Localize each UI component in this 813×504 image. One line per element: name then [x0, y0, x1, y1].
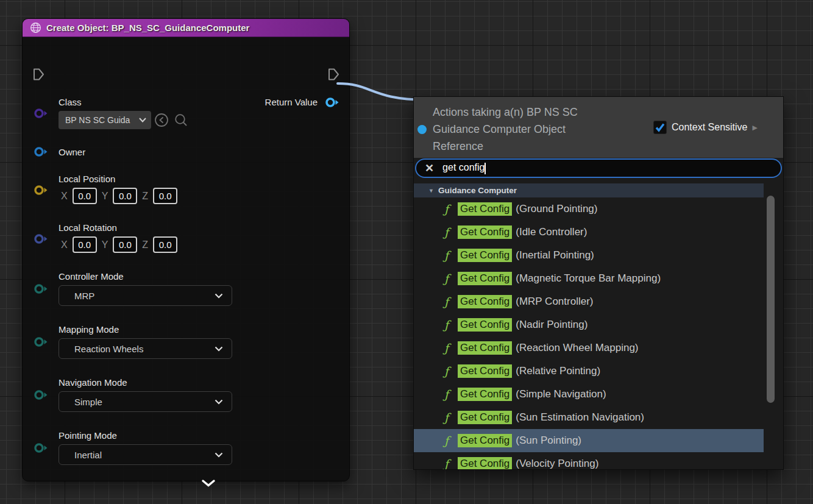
- list-item[interactable]: ƒ Get Config (Nadir Pointing): [414, 313, 764, 336]
- axis-label: X: [61, 191, 68, 202]
- expand-node-chevron-icon[interactable]: [201, 479, 216, 488]
- list-item[interactable]: ƒ Get Config (MRP Controller): [414, 290, 764, 313]
- list-item[interactable]: ƒ Get Config (Simple Navigation): [414, 383, 764, 406]
- list-item[interactable]: ƒ Get Config (Idle Controller): [414, 221, 764, 244]
- list-item[interactable]: ƒ Get Config (Sun Estimation Navigation): [414, 406, 764, 429]
- item-match-text: Get Config: [458, 457, 512, 470]
- use-selected-asset-icon[interactable]: [154, 113, 169, 127]
- chevron-down-icon: [215, 452, 223, 458]
- vector-y-field[interactable]: 0.0: [113, 188, 137, 204]
- function-icon: ƒ: [444, 411, 456, 424]
- enum-pin-label: Navigation Mode: [59, 377, 127, 389]
- enum-dropdown[interactable]: Reaction Wheels: [59, 338, 232, 359]
- checkmark-icon: [655, 122, 666, 133]
- enum-pin[interactable]: [31, 389, 48, 401]
- dragged-pin-dot-icon: [417, 125, 427, 134]
- category-header[interactable]: ▼ Guidance Computer: [414, 183, 764, 197]
- function-icon: ƒ: [444, 364, 456, 378]
- list-item[interactable]: ƒ Get Config (Sun Pointing): [414, 429, 764, 452]
- clear-search-icon[interactable]: ✕: [425, 163, 434, 174]
- enum-dropdown[interactable]: Simple: [59, 391, 232, 412]
- list-item[interactable]: ƒ Get Config (Relative Pointing): [414, 360, 764, 383]
- item-suffix-text: (Sun Pointing): [516, 435, 581, 447]
- item-match-text: Get Config: [458, 434, 512, 447]
- vector-x-field[interactable]: 0.0: [73, 188, 97, 204]
- menu-title-line: Guidance Computer Object: [433, 121, 578, 138]
- item-suffix-text: (MRP Controller): [516, 296, 593, 308]
- list-item[interactable]: ƒ Get Config (Reaction Wheel Mapping): [414, 336, 764, 360]
- enum-pin-label: Mapping Mode: [59, 324, 119, 336]
- vector-pin[interactable]: [31, 184, 48, 196]
- enum-dropdown[interactable]: MRP: [59, 285, 232, 306]
- class-pin[interactable]: [31, 107, 48, 119]
- vector-z-field[interactable]: 0.0: [153, 188, 177, 204]
- item-suffix-text: (Nadir Pointing): [516, 319, 588, 331]
- function-icon: ƒ: [444, 295, 456, 308]
- actions-list[interactable]: ▼ Guidance Computer ƒ Get Config (Ground…: [414, 182, 783, 469]
- browse-asset-icon[interactable]: [174, 113, 188, 127]
- node-header[interactable]: Create Object: BP_NS_SC_GuidanceComputer: [23, 19, 349, 37]
- list-item[interactable]: ƒ Get Config (Ground Pointing): [414, 197, 764, 221]
- list-item[interactable]: ƒ Get Config (Magnetic Torque Bar Mappin…: [414, 267, 764, 290]
- chevron-down-icon: [215, 399, 223, 405]
- item-suffix-text: (Reaction Wheel Mapping): [516, 342, 638, 354]
- scrollbar-thumb[interactable]: [767, 196, 775, 403]
- function-icon: ƒ: [444, 341, 456, 355]
- function-icon: ƒ: [444, 202, 456, 216]
- list-item[interactable]: ƒ Get Config (Inertial Pointing): [414, 244, 764, 267]
- owner-pin[interactable]: [31, 146, 48, 158]
- item-match-text: Get Config: [458, 249, 512, 262]
- item-suffix-text: (Ground Pointing): [516, 203, 597, 215]
- vector-z-field[interactable]: 0.0: [153, 236, 177, 253]
- context-sensitive-toggle[interactable]: Context Sensitive ▶: [653, 121, 758, 134]
- enum-pin[interactable]: [31, 283, 48, 295]
- function-icon: ƒ: [444, 388, 456, 401]
- item-match-text: Get Config: [458, 272, 512, 285]
- enum-dropdown-value: MRP: [74, 291, 215, 301]
- context-menu-header: Actions taking a(n) BP NS SC Guidance Co…: [414, 97, 783, 158]
- item-suffix-text: (Inertial Pointing): [516, 249, 594, 261]
- enum-dropdown[interactable]: Inertial: [59, 444, 232, 465]
- vector-pin[interactable]: [31, 233, 48, 245]
- item-match-text: Get Config: [458, 411, 512, 424]
- chevron-down-icon: [215, 293, 223, 299]
- item-match-text: Get Config: [458, 364, 512, 378]
- return-value-pin[interactable]: [322, 96, 339, 108]
- item-match-text: Get Config: [458, 318, 512, 332]
- search-input[interactable]: ✕ get config: [415, 158, 782, 178]
- context-sensitive-checkbox[interactable]: [653, 121, 667, 134]
- enum-pin-label: Pointing Mode: [59, 430, 117, 442]
- vector-pin-label: Local Rotation: [59, 222, 117, 234]
- menu-title-line: Actions taking a(n) BP NS SC: [433, 104, 578, 121]
- vector-pin-label: Local Position: [59, 173, 115, 185]
- item-match-text: Get Config: [458, 341, 512, 355]
- enum-pin[interactable]: [31, 442, 48, 454]
- context-menu: Actions taking a(n) BP NS SC Guidance Co…: [413, 96, 784, 470]
- item-suffix-text: (Magnetic Torque Bar Mapping): [516, 272, 661, 285]
- item-match-text: Get Config: [458, 295, 512, 308]
- exec-out-pin[interactable]: [327, 68, 339, 81]
- function-icon: ƒ: [444, 318, 456, 332]
- menu-title-line: Reference: [433, 138, 578, 155]
- class-select-value: BP NS SC Guida: [65, 115, 135, 125]
- class-select[interactable]: BP NS SC Guida: [59, 111, 151, 129]
- create-object-node[interactable]: Create Object: BP_NS_SC_GuidanceComputer…: [22, 18, 350, 481]
- enum-dropdown-value: Inertial: [74, 450, 215, 460]
- item-suffix-text: (Relative Pointing): [516, 365, 600, 377]
- exec-in-pin[interactable]: [32, 68, 44, 81]
- item-match-text: Get Config: [458, 388, 512, 401]
- vector-x-field[interactable]: 0.0: [73, 236, 97, 253]
- item-match-text: Get Config: [458, 225, 512, 239]
- list-item[interactable]: ƒ Get Config (Velocity Pointing): [414, 452, 764, 470]
- expand-arrow-icon[interactable]: ▶: [753, 124, 758, 132]
- collapse-triangle-icon[interactable]: ▼: [428, 188, 434, 194]
- vector-fields: X 0.0 Y 0.0 Z 0.0: [61, 188, 177, 204]
- vector-y-field[interactable]: 0.0: [113, 236, 137, 253]
- item-suffix-text: (Velocity Pointing): [516, 458, 598, 470]
- item-suffix-text: (Idle Controller): [516, 226, 587, 238]
- text-cursor: [485, 163, 486, 174]
- axis-label: Y: [102, 191, 108, 202]
- context-sensitive-label: Context Sensitive: [672, 122, 748, 133]
- item-suffix-text: (Simple Navigation): [516, 388, 606, 400]
- enum-pin[interactable]: [31, 336, 48, 348]
